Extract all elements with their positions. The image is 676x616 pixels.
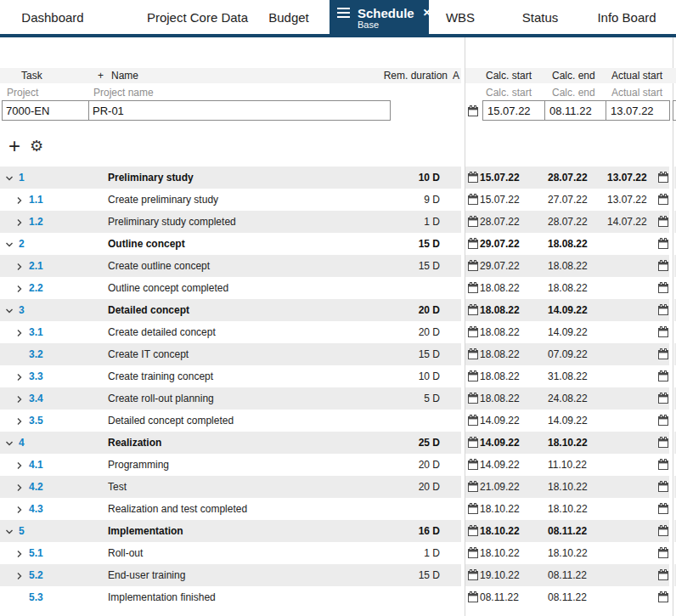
calendar-icon[interactable]: [658, 393, 668, 406]
task-name[interactable]: Create roll-out planning: [108, 393, 214, 404]
task-row[interactable]: 1Preliminary study10 D15.07.2228.07.2213…: [0, 167, 676, 189]
project-actual-start-input[interactable]: [606, 101, 669, 120]
task-row[interactable]: 3.3Create training concept10 D18.08.2231…: [0, 365, 676, 387]
expand-chevron-icon[interactable]: [15, 218, 24, 229]
task-name[interactable]: Preliminary study completed: [108, 216, 236, 228]
task-name[interactable]: Programming: [108, 459, 169, 471]
task-name[interactable]: Test: [108, 481, 127, 493]
task-row[interactable]: 3.4Create roll-out planning5 D18.08.2224…: [0, 387, 676, 410]
task-row[interactable]: 5.3Implementation finished08.11.2208.11.…: [0, 586, 676, 608]
task-number[interactable]: 3.3: [29, 370, 43, 382]
tab-project-core-data[interactable]: Project Core Data: [136, 0, 259, 34]
project-calc-end-input[interactable]: [544, 101, 606, 120]
calendar-icon[interactable]: [658, 503, 668, 517]
calendar-icon[interactable]: [468, 194, 478, 207]
task-number[interactable]: 2.2: [29, 282, 43, 294]
tab-status[interactable]: Status: [513, 0, 567, 34]
task-name[interactable]: Realization and test completed: [108, 503, 247, 515]
gear-icon[interactable]: ⚙: [30, 137, 43, 155]
calendar-icon[interactable]: [658, 591, 668, 605]
calendar-icon[interactable]: [468, 348, 478, 362]
calendar-icon[interactable]: [658, 348, 668, 362]
task-row[interactable]: 4.1Programming20 D14.09.2211.10.22: [0, 454, 676, 476]
calendar-icon[interactable]: [658, 437, 668, 450]
task-name[interactable]: Detailed concept completed: [108, 415, 234, 427]
calendar-icon[interactable]: [468, 370, 478, 384]
calendar-icon[interactable]: [468, 304, 478, 318]
task-name[interactable]: Roll-out: [108, 547, 143, 559]
task-number[interactable]: 2: [19, 238, 25, 250]
expand-chevron-icon[interactable]: [15, 262, 24, 274]
calendar-icon[interactable]: [658, 172, 668, 185]
collapse-chevron-icon[interactable]: [5, 306, 14, 318]
task-name[interactable]: Implementation finished: [108, 591, 216, 603]
task-name[interactable]: Detailed concept: [108, 304, 189, 316]
tab-dashboard[interactable]: Dashboard: [14, 0, 91, 34]
project-calc-start-input[interactable]: [483, 101, 544, 120]
task-row[interactable]: 1.2Preliminary study completed1 D28.07.2…: [0, 211, 676, 233]
calendar-icon[interactable]: [468, 238, 478, 251]
expand-chevron-icon[interactable]: [15, 505, 24, 517]
calendar-icon[interactable]: [468, 282, 478, 296]
task-name[interactable]: Realization: [108, 437, 161, 449]
task-name[interactable]: Create training concept: [108, 370, 213, 382]
task-name[interactable]: Create outline concept: [108, 260, 210, 272]
task-name[interactable]: Preliminary study: [108, 172, 194, 184]
calendar-icon[interactable]: [468, 525, 478, 539]
col-calc-start-header[interactable]: Calc. start: [486, 70, 532, 82]
calendar-icon[interactable]: [468, 437, 478, 450]
tab-wbs[interactable]: WBS: [438, 0, 482, 34]
col-rem-duration-header[interactable]: Rem. duration: [384, 70, 448, 82]
task-row[interactable]: 2.2Outline concept completed18.08.2218.0…: [0, 277, 676, 299]
calendar-icon[interactable]: [658, 260, 668, 274]
task-number[interactable]: 5.3: [29, 591, 43, 603]
calendar-icon[interactable]: [658, 304, 668, 318]
calendar-icon[interactable]: [468, 326, 478, 340]
expand-chevron-icon[interactable]: [15, 416, 24, 428]
task-row[interactable]: 4.2Test20 D21.09.2218.10.22: [0, 476, 676, 498]
task-number[interactable]: 5.2: [29, 569, 43, 581]
task-number[interactable]: 1.2: [29, 216, 43, 228]
close-icon[interactable]: ✕: [423, 7, 431, 19]
collapse-chevron-icon[interactable]: [5, 527, 14, 539]
expand-chevron-icon[interactable]: [15, 483, 24, 494]
expand-chevron-icon[interactable]: [15, 195, 24, 207]
expand-chevron-icon[interactable]: [15, 372, 24, 384]
task-row[interactable]: 1.1Create preliminary study9 D15.07.2227…: [0, 189, 676, 211]
task-number[interactable]: 1.1: [29, 194, 43, 206]
task-number[interactable]: 3.5: [29, 415, 43, 427]
calendar-icon[interactable]: [658, 194, 668, 207]
col-task-header[interactable]: Task: [21, 70, 42, 82]
task-row[interactable]: 5Implementation16 D18.10.2208.11.22: [0, 520, 676, 542]
calendar-icon[interactable]: [468, 393, 478, 406]
task-name[interactable]: Create IT concept: [108, 348, 189, 360]
expand-chevron-icon[interactable]: [15, 284, 24, 296]
tab-info-board[interactable]: Info Board: [591, 0, 662, 34]
task-row[interactable]: 4.3Realization and test completed18.10.2…: [0, 498, 676, 520]
task-row[interactable]: 5.1Roll-out1 D18.10.2218.10.22: [0, 542, 676, 564]
task-number[interactable]: 4: [19, 437, 25, 449]
task-number[interactable]: 5: [19, 525, 25, 537]
calendar-icon[interactable]: [658, 569, 668, 583]
task-name[interactable]: Create detailed concept: [108, 326, 216, 338]
calendar-icon[interactable]: [658, 370, 668, 384]
calendar-icon[interactable]: [468, 547, 478, 561]
add-task-button[interactable]: +: [8, 137, 20, 155]
calendar-icon[interactable]: [468, 105, 478, 120]
task-number[interactable]: 1: [19, 172, 25, 184]
calendar-icon[interactable]: [468, 503, 478, 517]
calendar-icon[interactable]: [658, 238, 668, 251]
calendar-icon[interactable]: [468, 481, 478, 494]
task-row[interactable]: 4Realization25 D14.09.2218.10.22: [0, 432, 676, 454]
calendar-icon[interactable]: [658, 525, 668, 539]
calendar-icon[interactable]: [658, 459, 668, 472]
col-name-header[interactable]: Name: [111, 70, 138, 82]
calendar-icon[interactable]: [468, 459, 478, 472]
add-column-icon[interactable]: +: [98, 70, 104, 82]
task-name[interactable]: End-user training: [108, 569, 185, 581]
calendar-icon[interactable]: [468, 216, 478, 229]
task-name[interactable]: Outline concept completed: [108, 282, 228, 294]
task-row[interactable]: 3Detailed concept20 D18.08.2214.09.22: [0, 299, 676, 321]
calendar-icon[interactable]: [658, 216, 668, 229]
collapse-chevron-icon[interactable]: [5, 173, 14, 185]
